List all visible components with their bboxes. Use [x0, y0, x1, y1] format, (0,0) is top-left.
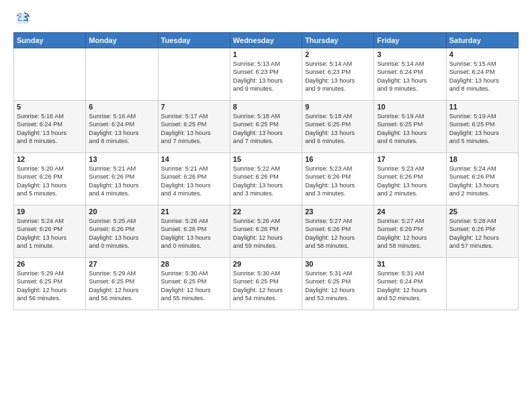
day-number: 8: [233, 103, 299, 111]
calendar-week-2: 5Sunrise: 5:16 AM Sunset: 6:24 PM Daylig…: [14, 101, 519, 153]
weekday-header-monday: Monday: [86, 33, 158, 48]
day-info: Sunrise: 5:29 AM Sunset: 6:25 PM Dayligh…: [89, 269, 154, 303]
day-info: Sunrise: 5:30 AM Sunset: 6:25 PM Dayligh…: [233, 269, 299, 303]
calendar-cell: 25Sunrise: 5:28 AM Sunset: 6:26 PM Dayli…: [446, 205, 518, 258]
day-info: Sunrise: 5:26 AM Sunset: 6:26 PM Dayligh…: [161, 217, 227, 250]
day-number: 28: [161, 260, 227, 268]
day-number: 20: [89, 208, 154, 216]
day-info: Sunrise: 5:29 AM Sunset: 6:25 PM Dayligh…: [17, 269, 83, 303]
calendar-cell: 13Sunrise: 5:21 AM Sunset: 6:26 PM Dayli…: [86, 153, 158, 205]
calendar-cell: 31Sunrise: 5:31 AM Sunset: 6:24 PM Dayli…: [374, 258, 446, 310]
day-number: 5: [17, 103, 83, 111]
calendar-cell: 29Sunrise: 5:30 AM Sunset: 6:25 PM Dayli…: [230, 258, 302, 310]
weekday-header-friday: Friday: [374, 33, 446, 48]
day-info: Sunrise: 5:19 AM Sunset: 6:25 PM Dayligh…: [449, 112, 515, 146]
calendar-cell: 20Sunrise: 5:25 AM Sunset: 6:26 PM Dayli…: [86, 205, 158, 258]
day-info: Sunrise: 5:21 AM Sunset: 6:26 PM Dayligh…: [161, 165, 227, 198]
calendar-page: SundayMondayTuesdayWednesdayThursdayFrid…: [0, 0, 532, 411]
day-info: Sunrise: 5:25 AM Sunset: 6:26 PM Dayligh…: [89, 217, 154, 250]
day-info: Sunrise: 5:27 AM Sunset: 6:26 PM Dayligh…: [377, 217, 443, 250]
day-number: 31: [377, 260, 443, 268]
calendar-cell: 2Sunrise: 5:14 AM Sunset: 6:23 PM Daylig…: [302, 48, 374, 101]
calendar-cell: 16Sunrise: 5:23 AM Sunset: 6:26 PM Dayli…: [302, 153, 374, 205]
calendar-cell: 24Sunrise: 5:27 AM Sunset: 6:26 PM Dayli…: [374, 205, 446, 258]
calendar-cell: 6Sunrise: 5:16 AM Sunset: 6:24 PM Daylig…: [86, 101, 158, 153]
day-number: 2: [305, 50, 371, 58]
day-info: Sunrise: 5:18 AM Sunset: 6:25 PM Dayligh…: [233, 112, 299, 146]
calendar-cell: 12Sunrise: 5:20 AM Sunset: 6:26 PM Dayli…: [14, 153, 86, 205]
calendar-cell: 9Sunrise: 5:18 AM Sunset: 6:25 PM Daylig…: [302, 101, 374, 153]
day-number: 17: [377, 155, 443, 163]
day-info: Sunrise: 5:16 AM Sunset: 6:24 PM Dayligh…: [17, 112, 83, 146]
calendar-cell: 17Sunrise: 5:23 AM Sunset: 6:26 PM Dayli…: [374, 153, 446, 205]
weekday-header-wednesday: Wednesday: [230, 33, 302, 48]
weekday-header-thursday: Thursday: [302, 33, 374, 48]
calendar-cell: 8Sunrise: 5:18 AM Sunset: 6:25 PM Daylig…: [230, 101, 302, 153]
calendar-cell: 15Sunrise: 5:22 AM Sunset: 6:26 PM Dayli…: [230, 153, 302, 205]
calendar-cell: 22Sunrise: 5:26 AM Sunset: 6:26 PM Dayli…: [230, 205, 302, 258]
day-info: Sunrise: 5:27 AM Sunset: 6:26 PM Dayligh…: [305, 217, 371, 250]
logo: [13, 11, 31, 27]
calendar-cell: [158, 48, 230, 101]
calendar-cell: 5Sunrise: 5:16 AM Sunset: 6:24 PM Daylig…: [14, 101, 86, 153]
day-info: Sunrise: 5:24 AM Sunset: 6:26 PM Dayligh…: [17, 217, 83, 250]
calendar-week-3: 12Sunrise: 5:20 AM Sunset: 6:26 PM Dayli…: [14, 153, 519, 205]
weekday-header-row: SundayMondayTuesdayWednesdayThursdayFrid…: [14, 33, 519, 48]
day-info: Sunrise: 5:20 AM Sunset: 6:26 PM Dayligh…: [17, 165, 83, 198]
calendar-cell: 23Sunrise: 5:27 AM Sunset: 6:26 PM Dayli…: [302, 205, 374, 258]
calendar-cell: 26Sunrise: 5:29 AM Sunset: 6:25 PM Dayli…: [14, 258, 86, 310]
day-number: 14: [161, 155, 227, 163]
calendar-cell: [446, 258, 518, 310]
day-info: Sunrise: 5:31 AM Sunset: 6:24 PM Dayligh…: [377, 269, 443, 303]
day-number: 27: [89, 260, 154, 268]
day-number: 29: [233, 260, 299, 268]
day-number: 30: [305, 260, 371, 268]
day-number: 22: [233, 208, 299, 216]
day-info: Sunrise: 5:13 AM Sunset: 6:23 PM Dayligh…: [233, 60, 299, 93]
weekday-header-tuesday: Tuesday: [158, 33, 230, 48]
day-number: 7: [161, 103, 227, 111]
weekday-header-sunday: Sunday: [14, 33, 86, 48]
day-number: 15: [233, 155, 299, 163]
day-number: 26: [17, 260, 83, 268]
calendar-cell: 28Sunrise: 5:30 AM Sunset: 6:25 PM Dayli…: [158, 258, 230, 310]
calendar-cell: 11Sunrise: 5:19 AM Sunset: 6:25 PM Dayli…: [446, 101, 518, 153]
calendar-cell: 14Sunrise: 5:21 AM Sunset: 6:26 PM Dayli…: [158, 153, 230, 205]
calendar-cell: 19Sunrise: 5:24 AM Sunset: 6:26 PM Dayli…: [14, 205, 86, 258]
day-number: 10: [377, 103, 443, 111]
day-info: Sunrise: 5:23 AM Sunset: 6:26 PM Dayligh…: [305, 165, 371, 198]
day-info: Sunrise: 5:22 AM Sunset: 6:26 PM Dayligh…: [233, 165, 299, 198]
calendar-table: SundayMondayTuesdayWednesdayThursdayFrid…: [13, 32, 519, 310]
day-number: 3: [377, 50, 443, 58]
day-info: Sunrise: 5:17 AM Sunset: 6:25 PM Dayligh…: [161, 112, 227, 146]
calendar-cell: 3Sunrise: 5:14 AM Sunset: 6:24 PM Daylig…: [374, 48, 446, 101]
day-info: Sunrise: 5:31 AM Sunset: 6:25 PM Dayligh…: [305, 269, 371, 303]
day-info: Sunrise: 5:16 AM Sunset: 6:24 PM Dayligh…: [89, 112, 154, 146]
calendar-week-4: 19Sunrise: 5:24 AM Sunset: 6:26 PM Dayli…: [14, 205, 519, 258]
day-number: 9: [305, 103, 371, 111]
day-number: 23: [305, 208, 371, 216]
day-number: 18: [449, 155, 515, 163]
day-info: Sunrise: 5:24 AM Sunset: 6:26 PM Dayligh…: [449, 165, 515, 198]
calendar-cell: 1Sunrise: 5:13 AM Sunset: 6:23 PM Daylig…: [230, 48, 302, 101]
day-number: 4: [449, 50, 515, 58]
calendar-cell: 27Sunrise: 5:29 AM Sunset: 6:25 PM Dayli…: [86, 258, 158, 310]
day-info: Sunrise: 5:14 AM Sunset: 6:23 PM Dayligh…: [305, 60, 371, 93]
day-number: 6: [89, 103, 154, 111]
calendar-cell: 18Sunrise: 5:24 AM Sunset: 6:26 PM Dayli…: [446, 153, 518, 205]
day-number: 1: [233, 50, 299, 58]
calendar-week-5: 26Sunrise: 5:29 AM Sunset: 6:25 PM Dayli…: [14, 258, 519, 310]
day-number: 24: [377, 208, 443, 216]
page-header: [13, 11, 519, 27]
day-info: Sunrise: 5:28 AM Sunset: 6:26 PM Dayligh…: [449, 217, 515, 250]
day-number: 21: [161, 208, 227, 216]
logo-bird-icon: [15, 11, 31, 27]
calendar-cell: [14, 48, 86, 101]
day-number: 12: [17, 155, 83, 163]
day-number: 19: [17, 208, 83, 216]
calendar-cell: 30Sunrise: 5:31 AM Sunset: 6:25 PM Dayli…: [302, 258, 374, 310]
day-info: Sunrise: 5:30 AM Sunset: 6:25 PM Dayligh…: [161, 269, 227, 303]
calendar-cell: [86, 48, 158, 101]
day-number: 16: [305, 155, 371, 163]
day-info: Sunrise: 5:15 AM Sunset: 6:24 PM Dayligh…: [449, 60, 515, 93]
